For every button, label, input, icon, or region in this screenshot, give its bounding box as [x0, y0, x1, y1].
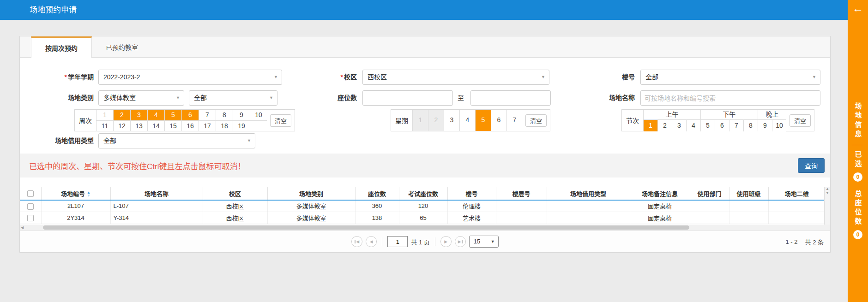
period-cell[interactable]: 1: [643, 120, 657, 131]
period-cell[interactable]: 10: [772, 120, 786, 131]
week-cell[interactable]: 12: [113, 120, 130, 131]
week-cell[interactable]: 15: [164, 120, 181, 131]
collapse-back-icon[interactable]: ←: [852, 3, 863, 14]
weekday-cell[interactable]: 6: [491, 110, 506, 131]
week-cell[interactable]: 19: [233, 120, 250, 131]
week-cell[interactable]: 7: [199, 110, 216, 120]
week-cell[interactable]: 2: [113, 110, 130, 120]
page-size-select[interactable]: 15 ▼: [469, 236, 499, 248]
week-clear-button[interactable]: 清空: [270, 114, 291, 127]
week-cell[interactable]: 8: [216, 110, 233, 120]
period-cell[interactable]: 7: [729, 120, 743, 131]
week-cell[interactable]: 13: [130, 120, 147, 131]
period-cell[interactable]: 2: [657, 120, 672, 131]
sort-icon[interactable]: ▲▼: [87, 191, 90, 197]
weekday-cell[interactable]: 4: [459, 110, 475, 131]
scroll-up-icon[interactable]: ▲: [826, 187, 829, 191]
column-header-label: 场地备注信息: [642, 190, 678, 197]
prev-page-button[interactable]: ◀: [366, 236, 377, 247]
week-cell[interactable]: 9: [233, 110, 250, 120]
chevron-down-icon: ▼: [541, 70, 545, 84]
column-header[interactable]: 考试座位数: [399, 187, 447, 200]
weekday-cell[interactable]: 2: [428, 110, 444, 131]
period-cell[interactable]: 4: [686, 120, 700, 131]
weekday-cell[interactable]: 1: [412, 110, 428, 131]
venue-name-search-input[interactable]: [640, 90, 820, 106]
column-header[interactable]: 使用班级: [729, 187, 768, 200]
column-header[interactable]: 使用部门: [690, 187, 729, 200]
row-checkbox[interactable]: [27, 215, 34, 221]
table-vertical-scrollbar[interactable]: ▲ ▼: [824, 187, 830, 225]
building-select[interactable]: 全部 ▼: [640, 70, 820, 85]
week-cell[interactable]: 17: [199, 120, 216, 131]
week-cell[interactable]: 11: [96, 120, 113, 131]
page-number-input[interactable]: [387, 236, 408, 247]
column-header[interactable]: 场地借用类型: [547, 187, 630, 200]
weekday-cell[interactable]: 7: [506, 110, 522, 131]
scroll-down-icon[interactable]: ▼: [826, 191, 829, 195]
term-select[interactable]: 2022-2023-2 ▼: [98, 70, 282, 85]
period-cell[interactable]: 8: [743, 120, 758, 131]
column-header[interactable]: 校区: [203, 187, 267, 200]
week-cell[interactable]: 5: [164, 110, 181, 120]
row-checkbox[interactable]: [27, 203, 34, 210]
cell-seats: 138: [355, 212, 399, 224]
column-header[interactable]: 座位数: [355, 187, 399, 200]
cell-exam-seats: 120: [399, 200, 447, 212]
borrow-type-value: 全部: [103, 137, 116, 144]
horizontal-scroll-thumb[interactable]: [43, 225, 689, 230]
seats-min-input[interactable]: [362, 90, 453, 106]
table-row[interactable]: 2Y314 Y-314 西校区 多媒体教室 138 65 艺术楼 固定桌椅: [20, 212, 825, 224]
last-page-button[interactable]: ▶: [455, 236, 466, 247]
week-cell[interactable]: 4: [147, 110, 164, 120]
tab[interactable]: 按周次预约: [31, 36, 92, 58]
weekday-picker-label: 星期: [391, 110, 412, 131]
tab[interactable]: 已预约教室: [92, 36, 152, 57]
column-header-label: 场地名称: [145, 190, 169, 197]
column-header[interactable]: 场地名称: [110, 187, 203, 200]
category-select-1[interactable]: 多媒体教室 ▼: [98, 90, 184, 106]
week-cell[interactable]: 3: [130, 110, 147, 120]
column-header[interactable]: 楼号: [447, 187, 496, 200]
period-cell[interactable]: 3: [672, 120, 686, 131]
week-cell[interactable]: 16: [181, 120, 199, 131]
period-cell[interactable]: 9: [758, 120, 772, 131]
week-picker-label: 周次: [75, 110, 96, 131]
table-horizontal-scrollbar[interactable]: ◀: [20, 225, 830, 231]
borrow-type-select[interactable]: 全部 ▼: [98, 133, 255, 148]
column-header[interactable]: 场地二维: [768, 187, 825, 200]
search-button[interactable]: 查询: [798, 158, 825, 173]
week-cell[interactable]: [250, 120, 267, 131]
category-select-2[interactable]: 全部 ▼: [189, 90, 277, 106]
next-page-button[interactable]: ▶: [440, 236, 452, 247]
first-page-button[interactable]: ◀: [351, 236, 362, 247]
weekday-cell[interactable]: 3: [444, 110, 459, 131]
week-cell[interactable]: 14: [147, 120, 164, 131]
week-cell[interactable]: 1: [96, 110, 113, 120]
select-all-checkbox[interactable]: [27, 190, 34, 197]
period-group-label: 下午: [700, 110, 758, 119]
cell-category: 多媒体教室: [267, 212, 355, 224]
column-header[interactable]: 场地备注信息: [630, 187, 690, 200]
period-clear-button[interactable]: 清空: [790, 114, 811, 127]
weekday-clear-button[interactable]: 清空: [525, 114, 547, 127]
table-row[interactable]: 2L107 L-107 西校区 多媒体教室 360 120 伦理楼 固定桌椅: [20, 200, 825, 212]
period-group-label: 晚上: [758, 110, 786, 119]
column-header[interactable]: 场地类别: [267, 187, 355, 200]
column-header-label: 使用班级: [736, 190, 760, 197]
column-header[interactable]: 楼层号: [496, 187, 547, 200]
venue-name-label: 场地名称: [546, 90, 635, 106]
pagination-bar: ◀ ◀ 共 1 页 ▶ ▶ 15 ▼ 1 - 2 共 2 条: [20, 231, 830, 252]
weekday-cell[interactable]: 5: [475, 110, 491, 131]
week-cell[interactable]: 10: [250, 110, 267, 120]
seats-max-input[interactable]: [470, 90, 551, 106]
first-page-icon: ◀: [356, 239, 359, 244]
week-cell[interactable]: 6: [181, 110, 199, 120]
period-cell[interactable]: 5: [700, 120, 715, 131]
scroll-left-icon[interactable]: ◀: [21, 225, 24, 230]
period-cell[interactable]: 6: [715, 120, 729, 131]
campus-select[interactable]: 西校区 ▼: [362, 70, 549, 85]
week-cell[interactable]: 18: [216, 120, 233, 131]
term-value: 2022-2023-2: [103, 73, 140, 81]
column-header[interactable]: 场地编号▲▼: [41, 187, 110, 200]
